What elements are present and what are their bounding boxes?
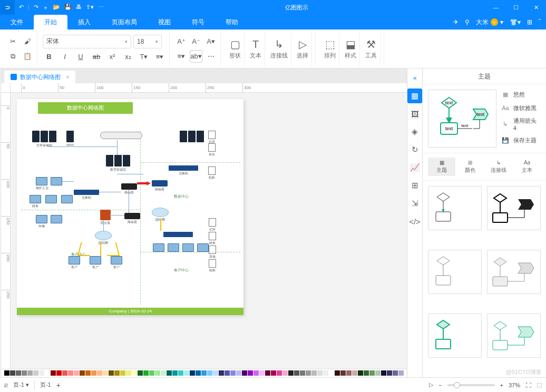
apps-icon[interactable]: ⊞ xyxy=(527,18,532,26)
color-swatch[interactable] xyxy=(97,370,102,376)
color-swatch[interactable] xyxy=(294,370,299,376)
color-swatch[interactable] xyxy=(364,370,369,376)
color-swatch[interactable] xyxy=(114,370,120,376)
italic-button[interactable]: I xyxy=(58,51,71,63)
select-button[interactable]: ▷选择 xyxy=(294,32,312,66)
color-swatch[interactable] xyxy=(346,370,352,376)
format-painter-icon[interactable]: 🖌 xyxy=(21,35,34,48)
color-swatch[interactable] xyxy=(329,370,334,376)
tab-insert[interactable]: 插入 xyxy=(67,15,101,30)
color-swatch[interactable] xyxy=(248,370,253,376)
user-chip[interactable]: 大米V▾ xyxy=(476,18,503,27)
theme-tab-theme[interactable]: ▦主题 xyxy=(428,158,455,176)
text-button[interactable]: T文本 xyxy=(247,32,265,66)
layers-icon[interactable]: ◈ xyxy=(407,124,422,139)
color-swatch[interactable] xyxy=(236,370,241,376)
export-icon[interactable]: ⇲ xyxy=(407,196,422,211)
color-swatch[interactable] xyxy=(80,370,85,376)
color-swatch[interactable] xyxy=(323,370,328,376)
theme-item[interactable] xyxy=(428,313,482,358)
play-icon[interactable]: ▷ xyxy=(429,381,433,388)
history-icon[interactable]: ↻ xyxy=(407,142,422,157)
theme-tab-text[interactable]: Aa文本 xyxy=(513,158,541,176)
minimize-button[interactable]: — xyxy=(486,0,506,15)
color-swatch[interactable] xyxy=(230,370,236,376)
image-icon[interactable]: 🖼 xyxy=(407,106,422,121)
tab-help[interactable]: 帮助 xyxy=(215,15,249,30)
more-icon[interactable]: ⋯ xyxy=(98,4,104,12)
color-swatch[interactable] xyxy=(317,370,323,376)
color-swatch[interactable] xyxy=(10,370,15,376)
color-swatch[interactable] xyxy=(225,370,230,376)
color-swatch[interactable] xyxy=(39,370,44,376)
color-swatch[interactable] xyxy=(207,370,212,376)
color-swatch[interactable] xyxy=(91,370,96,376)
document-tab[interactable]: 数据中心网络图 × xyxy=(4,71,75,83)
send-icon[interactable]: ✈ xyxy=(453,18,459,26)
font-size-select[interactable]: 18▾ xyxy=(133,35,162,48)
page-layout-icon[interactable]: ⎚ xyxy=(4,382,8,388)
color-swatch[interactable] xyxy=(143,370,149,376)
color-swatch[interactable] xyxy=(74,370,79,376)
color-swatch[interactable] xyxy=(300,370,305,376)
color-swatch[interactable] xyxy=(352,370,357,376)
save-theme-button[interactable]: 💾保存主题 xyxy=(501,135,541,145)
subscript-button[interactable]: x₂ xyxy=(122,51,134,63)
font-color-button[interactable]: A▾ xyxy=(204,35,217,48)
fullscreen-icon[interactable]: ⬚ xyxy=(537,381,542,388)
tab-start[interactable]: 开始 xyxy=(34,15,67,30)
line-spacing-button[interactable]: ≡▾ xyxy=(153,51,166,63)
color-swatch[interactable] xyxy=(178,370,183,376)
theme-item[interactable] xyxy=(428,186,482,230)
close-tab-icon[interactable]: × xyxy=(66,74,69,80)
tab-file[interactable]: 文件 xyxy=(0,15,34,30)
superscript-button[interactable]: x² xyxy=(106,51,119,63)
font-family-select[interactable]: 宋体▾ xyxy=(43,35,131,48)
color-swatch[interactable] xyxy=(109,370,114,376)
color-swatch[interactable] xyxy=(369,370,375,376)
save-icon[interactable]: 💾 xyxy=(64,4,72,12)
open-icon[interactable]: 📂 xyxy=(53,4,60,12)
connector-button[interactable]: ↳连接线 xyxy=(267,32,291,66)
color-swatch[interactable] xyxy=(45,370,50,376)
arrange-button[interactable]: ⬚排列 xyxy=(321,32,339,66)
color-swatch[interactable] xyxy=(213,370,218,376)
color-swatch[interactable] xyxy=(277,370,282,376)
decrease-font-button[interactable]: A⁻ xyxy=(190,35,202,48)
color-swatch[interactable] xyxy=(68,370,73,376)
theme-item[interactable] xyxy=(487,186,541,230)
paste-icon[interactable]: 📋 xyxy=(21,50,34,63)
color-swatch[interactable] xyxy=(22,370,27,376)
tool-button[interactable]: ⚒工具 xyxy=(362,32,381,66)
maximize-button[interactable]: ☐ xyxy=(506,0,526,15)
tab-page-layout[interactable]: 页面布局 xyxy=(101,15,148,30)
theme-tab-connector[interactable]: ↳连接线 xyxy=(485,158,512,176)
export-icon[interactable]: ⇪▾ xyxy=(86,4,94,12)
color-swatch[interactable] xyxy=(265,370,270,376)
color-swatch[interactable] xyxy=(172,370,178,376)
theme-tab-color[interactable]: ⊞颜色 xyxy=(456,158,484,176)
strike-button[interactable]: ab xyxy=(90,51,103,63)
color-swatch[interactable] xyxy=(16,370,21,376)
color-swatch[interactable] xyxy=(358,370,363,376)
code-icon[interactable]: </> xyxy=(407,214,422,229)
underline-button[interactable]: U xyxy=(74,51,87,63)
color-swatch[interactable] xyxy=(288,370,294,376)
color-swatch[interactable] xyxy=(62,370,67,376)
color-swatch[interactable] xyxy=(33,370,38,376)
color-swatch[interactable] xyxy=(85,370,91,376)
new-icon[interactable]: ＋ xyxy=(43,4,48,12)
undo-icon[interactable]: ↶ xyxy=(19,4,24,12)
color-swatch[interactable] xyxy=(167,370,172,376)
redo-icon[interactable]: ↷ xyxy=(34,4,38,12)
color-swatch[interactable] xyxy=(201,370,207,376)
tab-symbol[interactable]: 符号 xyxy=(181,15,215,30)
print-icon[interactable]: 🖶 xyxy=(76,4,82,12)
color-swatch[interactable] xyxy=(381,370,386,376)
color-swatch[interactable] xyxy=(259,370,265,376)
zoom-in-button[interactable]: + xyxy=(500,382,503,388)
cut-icon[interactable]: ✂ xyxy=(6,35,19,48)
zoom-out-button[interactable]: − xyxy=(438,382,442,388)
theme-apps-icon[interactable]: ▦ xyxy=(407,89,422,103)
theme-item[interactable] xyxy=(487,250,541,294)
